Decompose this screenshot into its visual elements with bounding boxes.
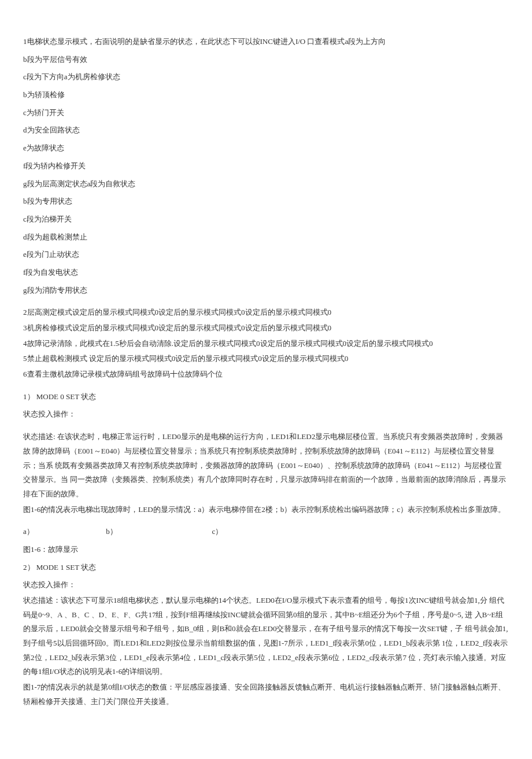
abc-row: a） b） c）: [23, 525, 509, 539]
line-9: g段为层高测定状态a段为自救状态: [23, 177, 509, 191]
mode0-p2: 图1-6的情况表示电梯出现故障时，LED的显示情况：a）表示电梯停留在2楼；b）…: [23, 503, 509, 517]
line-11: c段为泊梯开关: [23, 212, 509, 227]
line-3: c段为下方向a为机房检修状态: [23, 70, 509, 84]
line-12: d段为超载检测禁止: [23, 230, 509, 245]
label-a: a）: [23, 525, 104, 539]
mode-5: 5禁止超载检测模式 设定后的显示模式同模式0设定后的显示模式同模式0设定后的显示…: [23, 352, 509, 366]
section-mode0: 1） MODE 0 SET 状态 状态投入操作：: [23, 390, 509, 422]
mode1-body: 状态投入操作： 状态描述：该状态下可显示18组电梯状态，默认显示电梯的14个状态…: [23, 578, 509, 709]
mode0-op: 状态投入操作：: [23, 407, 509, 422]
mode-2: 2层高测定模式设定后的显示模式同模式0设定后的显示模式同模式0设定后的显示模式同…: [23, 305, 509, 320]
mode-3: 3机房检修模式设定后的显示模式同模式0设定后的显示模式同模式0设定后的显示模式同…: [23, 321, 509, 336]
line-2: b段为平层信号有效: [23, 53, 509, 67]
line-6: d为安全回路状态: [23, 123, 509, 138]
label-c: c）: [212, 525, 223, 539]
mode0-title: 1） MODE 0 SET 状态: [23, 390, 509, 404]
mode1-op: 状态投入操作：: [23, 578, 509, 592]
line-5: c为轿门开关: [23, 106, 509, 120]
line-8: f段为轿内检修开关: [23, 159, 509, 174]
mode-6: 6查看主微机故障记录模式故障码组号故障码十位故障码个位: [23, 367, 509, 382]
segment-definitions: 1电梯状态显示模式，右面说明的是缺省显示的状态，在此状态下可以按INC键进入I/…: [23, 35, 509, 297]
mode0-p1: 状态描述: 在该状态时，电梯正常运行时，LED0显示的是电梯的运行方向，LED1…: [23, 430, 509, 501]
mode1-title: 2） MODE 1 SET 状态: [23, 561, 509, 575]
line-10: b段为专用状态: [23, 194, 509, 209]
line-7: e为故障状态: [23, 141, 509, 156]
line-1: 1电梯状态显示模式，右面说明的是缺省显示的状态，在此状态下可以按INC键进入I/…: [23, 35, 509, 49]
mode-4: 4故障记录清除，此模式在1.5秒后会自动清除.设定后的显示模式同模式0设定后的显…: [23, 337, 509, 351]
figure-1-6: 图1-6：故障显示: [23, 543, 509, 557]
line-4: b为轿顶检修: [23, 88, 509, 102]
mode1-p1: 状态描述：该状态下可显示18组电梯状态，默认显示电梯的14个状态。LED0在I/…: [23, 594, 509, 679]
label-b: b）: [106, 525, 210, 539]
line-15: g段为消防专用状态: [23, 283, 509, 298]
mode-list: 2层高测定模式设定后的显示模式同模式0设定后的显示模式同模式0设定后的显示模式同…: [23, 305, 509, 381]
line-14: f段为自发电状态: [23, 266, 509, 280]
mode0-desc: 状态描述: 在该状态时，电梯正常运行时，LED0显示的是电梯的运行方向，LED1…: [23, 430, 509, 517]
mode1-p2: 图1-7的情况表示的就是第0组I/O状态的数值：平层感应器接通、安全回路接触器反…: [23, 680, 509, 709]
line-13: e段为门止动状态: [23, 248, 509, 262]
